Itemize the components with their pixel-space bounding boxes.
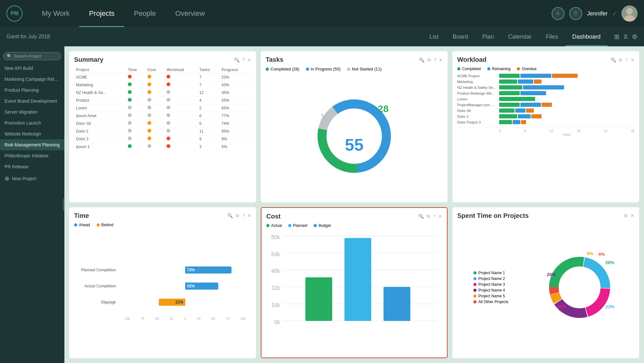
search-box[interactable]: 🔍	[3, 52, 61, 60]
bar-completed	[499, 103, 520, 107]
add-button[interactable]: +	[552, 7, 564, 20]
col-cost: Cost	[146, 67, 165, 73]
sidebar-item-promotion-launch[interactable]: Promotion Launch	[0, 117, 64, 128]
tab-nav: List Board Plan Calendar Files Dashboard	[422, 27, 608, 46]
time-behind-dot	[97, 223, 100, 227]
tab-calendar[interactable]: Calendar	[501, 27, 539, 46]
wl-overdue-dot	[517, 67, 520, 70]
cost-settings-icon[interactable]: ⚙	[426, 214, 431, 219]
workload-row: NZ Health & Safety De...	[457, 85, 634, 89]
tasks-help-icon[interactable]: ?	[434, 57, 436, 62]
workload-help-icon[interactable]: ?	[625, 57, 628, 62]
user-label: Jennifer	[587, 10, 608, 17]
sidebar-item-new-api-build[interactable]: New API Build	[0, 63, 64, 74]
bar-completed	[499, 97, 535, 101]
workload-row-label: Product Redesign We...	[457, 91, 499, 95]
table-row: Product 4 55%	[74, 97, 251, 104]
cell-workload	[165, 97, 197, 104]
sidebar-item-risk-management[interactable]: Risk Management Planning	[0, 139, 64, 150]
nav-my-work[interactable]: My Work	[32, 0, 79, 27]
filter-icon[interactable]: ⧖	[623, 33, 628, 41]
cost-planned-legend: Planned	[288, 223, 307, 228]
grid-icon[interactable]: ⊞	[614, 33, 620, 41]
sidebar-item-marketing-campaign[interactable]: Marketing Campaign Release	[0, 74, 64, 85]
spent-settings-icon[interactable]: ⚙	[624, 213, 628, 218]
spent-close-icon[interactable]: ✕	[630, 213, 634, 218]
wl-remaining-dot	[487, 67, 490, 70]
dashboard-content: Summary 🔍 ? ✕ Project Time Cost	[64, 46, 644, 363]
cost-title: Cost	[266, 213, 280, 220]
workload-search-icon[interactable]: 🔍	[611, 57, 616, 62]
workload-row-bars	[499, 79, 542, 84]
axis-0: 0	[499, 129, 501, 133]
sidebar-item-product-planning[interactable]: Product Planning	[0, 85, 64, 96]
workload-card: Workload 🔍 ⚙ ? ✕ Completed R	[452, 51, 639, 202]
settings-icon[interactable]: ⚙	[632, 33, 638, 41]
tasks-close-icon[interactable]: ✕	[439, 57, 443, 62]
tab-dashboard[interactable]: Dashboard	[565, 27, 608, 46]
nav-overview[interactable]: Overview	[166, 0, 214, 27]
new-project-button[interactable]: ⊕ New Project	[0, 172, 64, 185]
avatar[interactable]	[621, 5, 638, 22]
cost-help-icon[interactable]: ?	[433, 214, 436, 219]
workload-axis-container: 0 6 12 18 24 30 Tasks	[457, 128, 634, 136]
time-settings-icon[interactable]: ⚙	[235, 213, 240, 218]
time-search-icon[interactable]: 🔍	[227, 213, 233, 218]
cost-search-icon[interactable]: 🔍	[418, 214, 424, 219]
nav-people[interactable]: People	[124, 0, 166, 27]
nav-projects[interactable]: Projects	[79, 0, 124, 27]
tab-files[interactable]: Files	[539, 27, 565, 46]
summary-header: Summary 🔍 ? ✕	[74, 56, 251, 63]
spent-dot-2	[473, 277, 477, 280]
bar-completed	[499, 120, 512, 124]
slippage-bar-container: 21%	[119, 298, 251, 307]
spent-legend-2: Project Name 2	[473, 276, 508, 281]
time-close-icon[interactable]: ✕	[247, 213, 251, 218]
workload-row-bars	[499, 85, 564, 89]
workload-settings-icon[interactable]: ⚙	[619, 57, 623, 62]
sidebar-toggle[interactable]: ‹	[63, 199, 64, 210]
cell-cost	[146, 112, 165, 120]
sidebar-item-website-redesign[interactable]: Website Redesign	[0, 128, 64, 139]
summary-help-icon[interactable]: ?	[242, 57, 245, 62]
cell-project: Marketing	[74, 81, 126, 89]
cell-time	[126, 143, 146, 151]
tab-plan[interactable]: Plan	[475, 27, 501, 46]
wl-remaining-legend: Remaining	[487, 67, 510, 71]
workload-row-bars	[499, 120, 526, 124]
workload-close-icon[interactable]: ✕	[630, 57, 634, 62]
tab-list[interactable]: List	[422, 27, 446, 46]
tasks-search-icon[interactable]: 🔍	[419, 57, 424, 62]
summary-close-icon[interactable]: ✕	[247, 57, 251, 62]
actual-bar-container: 52%	[119, 282, 251, 291]
tasks-title: Tasks	[266, 56, 283, 63]
sidebar-item-philanthropic[interactable]: Philanthropic Initiative	[0, 150, 64, 161]
sidebar-item-server-migration[interactable]: Server Migration	[0, 107, 64, 117]
workload-row: Product Redesign We...	[457, 91, 634, 95]
spent-label-5: Project Name 5	[478, 294, 505, 298]
cell-progress: 45%	[220, 89, 251, 97]
search-input[interactable]	[14, 54, 58, 59]
time-help-icon[interactable]: ?	[242, 213, 245, 218]
tab-board[interactable]: Board	[446, 27, 475, 46]
spent-dot-1	[473, 271, 477, 275]
sidebar-item-event-brand[interactable]: Event Brand Development	[0, 96, 64, 107]
time-row-actual: Actual Completion 52%	[74, 282, 251, 291]
cost-budget-dot	[314, 224, 317, 227]
cell-cost	[146, 73, 165, 81]
summary-search-icon[interactable]: 🔍	[234, 57, 240, 62]
workload-legend: Completed Remaining Overdue	[457, 67, 634, 71]
logo[interactable]: PM	[6, 5, 23, 22]
cost-close-icon[interactable]: ✕	[438, 214, 442, 219]
workload-row: ACME Project	[457, 74, 634, 78]
timer-button[interactable]: ⏱	[569, 7, 582, 20]
cell-project: Dolor Sit	[74, 120, 126, 127]
tasks-settings-icon[interactable]: ⚙	[427, 57, 431, 62]
workload-icons: 🔍 ⚙ ? ✕	[611, 57, 634, 62]
time-bars-container: Planned Completion 73% Actual Completion	[74, 230, 251, 354]
spent-header: Spent Time on Projects ⚙ ✕	[457, 212, 634, 219]
cell-time	[126, 89, 146, 97]
t-axis-50r: 50	[212, 317, 215, 321]
sidebar-item-pr-release[interactable]: PR Release	[0, 161, 64, 172]
spent-legend-3: Project Name 3	[473, 282, 508, 287]
